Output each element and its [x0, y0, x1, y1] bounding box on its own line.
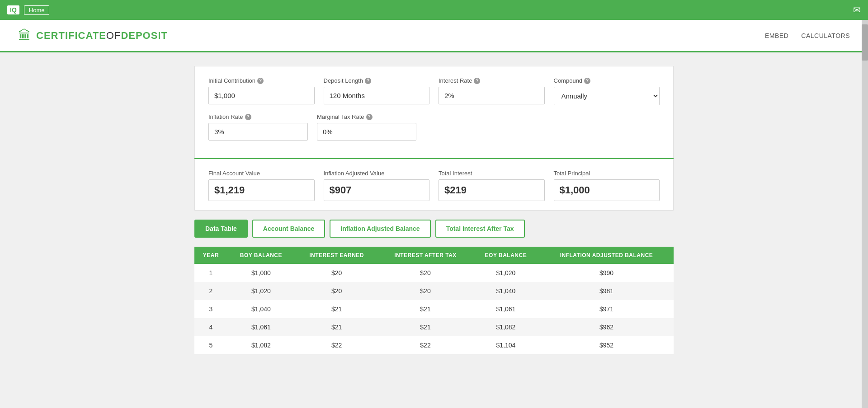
topbar: IQ Home ✉ — [0, 0, 868, 20]
table-cell: $952 — [539, 336, 674, 354]
table-cell: $1,020 — [472, 264, 539, 282]
table-cell: $21 — [295, 318, 378, 336]
scrollbar-thumb[interactable] — [862, 24, 868, 61]
table-cell: $20 — [295, 264, 378, 282]
table-header-row: YEAR BOY BALANCE INTEREST EARNED INTERES… — [194, 247, 674, 264]
chart-buttons: Data Table Account Balance Inflation Adj… — [194, 220, 674, 238]
table-cell: 3 — [194, 300, 227, 318]
calculators-link[interactable]: CALCULATORS — [801, 32, 850, 39]
table-cell: $990 — [539, 264, 674, 282]
final-account-value-group: Final Account Value $1,219 — [208, 170, 315, 201]
table-cell: $21 — [295, 300, 378, 318]
table-cell: 1 — [194, 264, 227, 282]
email-icon[interactable]: ✉ — [853, 5, 861, 15]
table-cell: $981 — [539, 282, 674, 300]
scrollbar[interactable] — [862, 20, 868, 368]
data-table: YEAR BOY BALANCE INTEREST EARNED INTERES… — [194, 247, 674, 354]
marginal-tax-rate-help[interactable]: ? — [366, 114, 373, 120]
interest-rate-group: Interest Rate ? — [439, 77, 545, 105]
table-cell: 4 — [194, 318, 227, 336]
initial-contribution-label: Initial Contribution ? — [208, 77, 315, 84]
header-nav: EMBED CALCULATORS — [765, 32, 850, 39]
bank-icon: 🏛 — [18, 28, 31, 43]
initial-contribution-help[interactable]: ? — [257, 78, 264, 84]
inflation-adjusted-value-group: Inflation Adjusted Value $907 — [324, 170, 430, 201]
table-cell: $20 — [378, 264, 472, 282]
inflation-rate-help[interactable]: ? — [245, 114, 251, 120]
data-table-button[interactable]: Data Table — [194, 220, 248, 238]
col-inflation-adjusted-balance: INFLATION ADJUSTED BALANCE — [539, 247, 674, 264]
table-cell: $1,082 — [472, 318, 539, 336]
col-interest-earned: INTEREST EARNED — [295, 247, 378, 264]
col-eoy-balance: EOY BALANCE — [472, 247, 539, 264]
logo-text: CERTIFICATEOFDEPOSIT — [36, 30, 168, 42]
table-cell: 5 — [194, 336, 227, 354]
table-cell: $1,061 — [227, 318, 295, 336]
table-cell: $20 — [295, 282, 378, 300]
table-row: 5$1,082$22$22$1,104$952 — [194, 336, 674, 354]
marginal-tax-rate-input[interactable] — [317, 123, 416, 141]
compound-help[interactable]: ? — [584, 78, 590, 84]
table-cell: 2 — [194, 282, 227, 300]
table-body: 1$1,000$20$20$1,020$9902$1,020$20$20$1,0… — [194, 264, 674, 354]
results-section: Final Account Value $1,219 Inflation Adj… — [194, 159, 674, 211]
embed-link[interactable]: EMBED — [765, 32, 788, 39]
table-cell: $20 — [378, 282, 472, 300]
iq-logo: IQ — [7, 5, 19, 14]
deposit-length-help[interactable]: ? — [365, 78, 371, 84]
deposit-length-group: Deposit Length ? — [324, 77, 430, 105]
account-balance-button[interactable]: Account Balance — [252, 220, 326, 238]
home-button[interactable]: Home — [24, 5, 50, 15]
inflation-rate-group: Inflation Rate ? — [208, 113, 308, 141]
inflation-adjusted-value: $907 — [324, 179, 430, 201]
deposit-length-input[interactable] — [324, 87, 430, 104]
table-cell: $1,061 — [472, 300, 539, 318]
table-cell: $1,040 — [227, 300, 295, 318]
compound-group: Compound ? Daily Monthly Quarterly Semi-… — [554, 77, 660, 105]
main-content: Initial Contribution ? Deposit Length ? … — [185, 52, 683, 368]
table-header: YEAR BOY BALANCE INTEREST EARNED INTERES… — [194, 247, 674, 264]
table-cell: $21 — [378, 300, 472, 318]
table-cell: $1,082 — [227, 336, 295, 354]
initial-contribution-input[interactable] — [208, 87, 315, 104]
col-interest-after-tax: INTEREST AFTER TAX — [378, 247, 472, 264]
total-interest-group: Total Interest $219 — [439, 170, 545, 201]
input-row-2: Inflation Rate ? Marginal Tax Rate ? — [208, 113, 660, 141]
table-cell: $1,020 — [227, 282, 295, 300]
table-cell: $1,104 — [472, 336, 539, 354]
interest-rate-input[interactable] — [439, 87, 545, 104]
col-boy-balance: BOY BALANCE — [227, 247, 295, 264]
interest-rate-label: Interest Rate ? — [439, 77, 545, 84]
input-section: Initial Contribution ? Deposit Length ? … — [194, 66, 674, 158]
marginal-tax-rate-label: Marginal Tax Rate ? — [317, 113, 416, 120]
inflation-rate-input[interactable] — [208, 123, 308, 141]
table-cell: $1,040 — [472, 282, 539, 300]
deposit-length-label: Deposit Length ? — [324, 77, 430, 84]
table-cell: $21 — [378, 318, 472, 336]
input-row-1: Initial Contribution ? Deposit Length ? … — [208, 77, 660, 105]
col-year: YEAR — [194, 247, 227, 264]
results-row: Final Account Value $1,219 Inflation Adj… — [208, 170, 660, 201]
table-cell: $962 — [539, 318, 674, 336]
inflation-rate-label: Inflation Rate ? — [208, 113, 308, 120]
table-row: 3$1,040$21$21$1,061$971 — [194, 300, 674, 318]
interest-rate-help[interactable]: ? — [474, 78, 480, 84]
topbar-left: IQ Home — [7, 5, 49, 15]
table-row: 1$1,000$20$20$1,020$990 — [194, 264, 674, 282]
compound-label: Compound ? — [554, 77, 660, 84]
total-interest: $219 — [439, 179, 545, 201]
inflation-adjusted-value-label: Inflation Adjusted Value — [324, 170, 430, 177]
marginal-tax-rate-group: Marginal Tax Rate ? — [317, 113, 416, 141]
table-row: 4$1,061$21$21$1,082$962 — [194, 318, 674, 336]
total-interest-after-tax-button[interactable]: Total Interest After Tax — [435, 220, 525, 238]
compound-select[interactable]: Daily Monthly Quarterly Semi-Annually An… — [554, 87, 660, 105]
table-cell: $971 — [539, 300, 674, 318]
total-principal: $1,000 — [554, 179, 660, 201]
table-row: 2$1,020$20$20$1,040$981 — [194, 282, 674, 300]
header: 🏛 CERTIFICATEOFDEPOSIT EMBED CALCULATORS — [0, 20, 868, 52]
inflation-adjusted-balance-button[interactable]: Inflation Adjusted Balance — [330, 220, 430, 238]
table-cell: $22 — [295, 336, 378, 354]
table-cell: $22 — [378, 336, 472, 354]
final-account-value: $1,219 — [208, 179, 315, 201]
table-cell: $1,000 — [227, 264, 295, 282]
